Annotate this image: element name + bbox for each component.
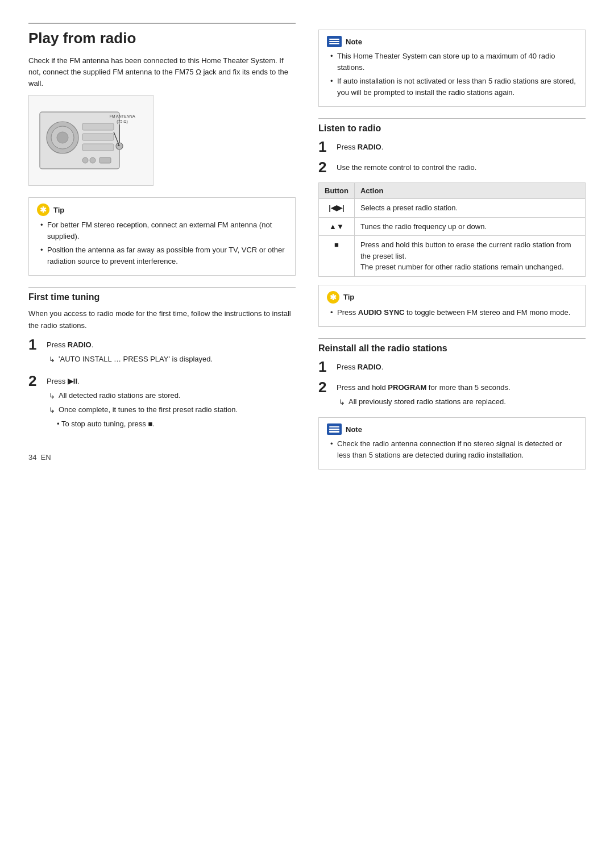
svg-point-8 [90, 157, 96, 163]
reinstall-sub-1-text: All previously stored radio stations are… [349, 396, 506, 408]
svg-point-7 [82, 157, 88, 163]
svg-rect-5 [82, 134, 114, 140]
right-column: Note This Home Theater System can store … [318, 23, 586, 476]
reinstall-steps: 1 Press RADIO. 2 Press and hold PROGRAM … [318, 359, 586, 410]
tip-right-item-1: Press AUDIO SYNC to toggle between FM st… [329, 307, 577, 318]
note-icon-bottom [327, 423, 342, 435]
listen-step-2-num: 2 [318, 160, 331, 175]
step-1-sub-1: ↳ 'AUTO INSTALL … PRESS PLAY' is display… [49, 354, 213, 366]
note-header-top: Note [327, 36, 577, 47]
step-1-num: 1 [28, 337, 41, 352]
reinstall-step-1: 1 Press RADIO. [318, 359, 586, 374]
note-box-bottom: Note Check the radio antenna connection … [318, 417, 586, 470]
tip-header-right: ✱ Tip [327, 291, 577, 304]
table-body: |◀▶| Selects a preset radio station. ▲▼ … [319, 199, 586, 277]
button-action-table: Button Action |◀▶| Selects a preset radi… [318, 182, 586, 277]
page-title: Play from radio [28, 23, 296, 47]
step-1-content: Press RADIO. ↳ 'AUTO INSTALL … PRESS PLA… [47, 337, 213, 368]
table-head: Button Action [319, 183, 586, 199]
note-bottom-item-1: Check the radio antenna connection if no… [329, 438, 577, 460]
reinstall-step-2-content: Press and hold PROGRAM for more than 5 s… [337, 380, 511, 410]
svg-rect-9 [99, 157, 111, 163]
note-header-bottom: Note [327, 423, 577, 435]
note-box-top: Note This Home Theater System can store … [318, 30, 586, 107]
action-tune: Tunes the radio frequency up or down. [354, 217, 585, 236]
listen-step-2-content: Use the remote control to control the ra… [337, 160, 476, 173]
btn-stop: ■ [319, 236, 355, 277]
reinstall-step-2: 2 Press and hold PROGRAM for more than 5… [318, 380, 586, 410]
reinstall-step-1-num: 1 [318, 359, 331, 374]
step-2-sub-1: ↳ All detected radio stations are stored… [49, 390, 238, 402]
action-preset: Selects a preset radio station. [354, 199, 585, 218]
listen-steps: 1 Press RADIO. 2 Use the remote control … [318, 139, 586, 175]
svg-text:(75 Ω): (75 Ω) [117, 119, 128, 124]
left-column: Play from radio Check if the FM antenna … [28, 23, 296, 476]
svg-point-3 [57, 132, 68, 143]
btn-prev-next: |◀▶| [319, 199, 355, 218]
arrow-icon-3: ↳ [49, 405, 55, 416]
arrow-icon-reinstall: ↳ [339, 397, 345, 408]
tip-header-left: ✱ Tip [37, 203, 287, 216]
device-svg: FM ANTENNA (75 Ω) [34, 101, 148, 180]
note-icon-top [327, 36, 342, 47]
listen-to-radio-title: Listen to radio [318, 118, 586, 134]
table-header-row: Button Action [319, 183, 586, 199]
tip-list-right: Press AUDIO SYNC to toggle between FM st… [327, 307, 577, 318]
tip-label-right: Tip [343, 293, 354, 301]
listen-step-1-content: Press RADIO. [337, 139, 383, 153]
reinstall-step-2-num: 2 [318, 380, 331, 394]
step-2: 2 Press ▶II. ↳ All detected radio statio… [28, 373, 296, 430]
listen-step-1-num: 1 [318, 139, 331, 154]
table-row: ■ Press and hold this button to erase th… [319, 236, 586, 277]
note-label-top: Note [346, 38, 362, 46]
note-list-top: This Home Theater System can store up to… [327, 51, 577, 98]
reinstall-step-1-content: Press RADIO. [337, 359, 383, 373]
note-top-item-2: If auto installation is not activated or… [329, 76, 577, 98]
radio-table: Button Action |◀▶| Selects a preset radi… [318, 182, 586, 277]
listen-step-2: 2 Use the remote control to control the … [318, 160, 586, 175]
step-2-num: 2 [28, 373, 41, 388]
page-content: Play from radio Check if the FM antenna … [28, 23, 586, 476]
first-time-steps: 1 Press RADIO. ↳ 'AUTO INSTALL … PRESS P… [28, 337, 296, 430]
listen-step-1: 1 Press RADIO. [318, 139, 586, 154]
page-number: 34 EN [28, 453, 296, 462]
step-1: 1 Press RADIO. ↳ 'AUTO INSTALL … PRESS P… [28, 337, 296, 368]
step-1-sub-1-text: 'AUTO INSTALL … PRESS PLAY' is displayed… [59, 354, 213, 365]
tip-label-left: Tip [53, 206, 64, 214]
svg-text:FM ANTENNA: FM ANTENNA [109, 114, 135, 118]
step-2-bullet: • To stop auto tuning, press ■. [49, 418, 238, 430]
tip-item-1: For better FM stereo reception, connect … [39, 219, 287, 242]
col-action: Action [354, 183, 585, 199]
tip-item-2: Position the antenna as far away as poss… [39, 244, 287, 267]
reinstall-step-2-sub: ↳ All previously stored radio stations a… [337, 396, 511, 408]
note-top-item-1: This Home Theater System can store up to… [329, 51, 577, 73]
tip-box-left: ✱ Tip For better FM stereo reception, co… [28, 197, 296, 276]
first-time-tuning-title: First time tuning [28, 287, 296, 302]
step-2-content: Press ▶II. ↳ All detected radio stations… [47, 373, 238, 430]
note-list-bottom: Check the radio antenna connection if no… [327, 438, 577, 460]
tip-list-left: For better FM stereo reception, connect … [37, 219, 287, 267]
step-2-sub-2-text: Once complete, it tunes to the first pre… [59, 404, 238, 416]
tip-icon-right: ✱ [327, 291, 339, 304]
action-erase: Press and hold this button to erase the … [354, 236, 585, 277]
table-row: |◀▶| Selects a preset radio station. [319, 199, 586, 218]
tip-box-right: ✱ Tip Press AUDIO SYNC to toggle between… [318, 285, 586, 327]
device-image: FM ANTENNA (75 Ω) [28, 95, 154, 186]
reinstall-title: Reinstall all the radio stations [318, 338, 586, 354]
arrow-icon-1: ↳ [49, 354, 55, 366]
tip-icon-left: ✱ [37, 203, 49, 216]
step-2-sub-1-text: All detected radio stations are stored. [59, 390, 181, 401]
svg-rect-4 [82, 123, 114, 130]
note-label-bottom: Note [346, 425, 362, 434]
arrow-icon-2: ↳ [49, 391, 55, 402]
step-2-sub-2: ↳ Once complete, it tunes to the first p… [49, 404, 238, 416]
intro-text: Check if the FM antenna has been connect… [28, 55, 296, 89]
table-row: ▲▼ Tunes the radio frequency up or down. [319, 217, 586, 236]
svg-rect-6 [82, 144, 114, 151]
first-time-tuning-intro: When you access to radio mode for the fi… [28, 308, 296, 331]
step-2-sub: ↳ All detected radio stations are stored… [47, 390, 238, 430]
col-button: Button [319, 183, 355, 199]
btn-up-down: ▲▼ [319, 217, 355, 236]
step-1-sub: ↳ 'AUTO INSTALL … PRESS PLAY' is display… [47, 354, 213, 366]
reinstall-sub-1: ↳ All previously stored radio stations a… [339, 396, 511, 408]
